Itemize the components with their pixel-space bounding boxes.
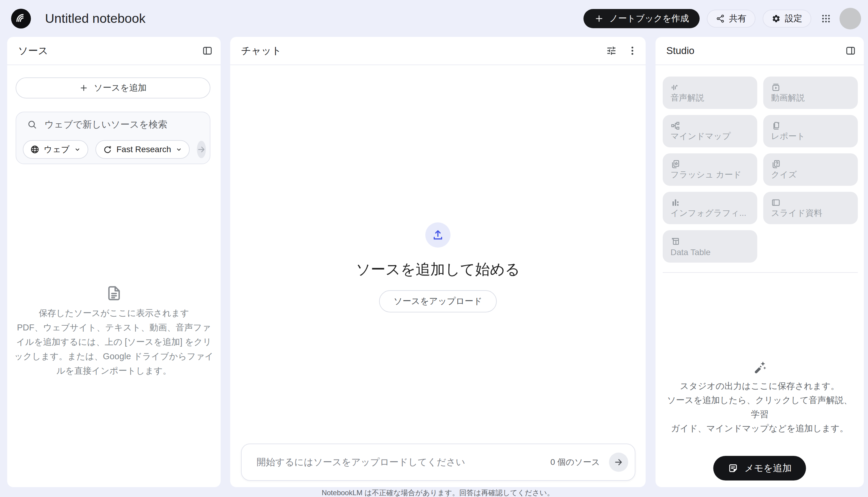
slides-icon <box>771 198 781 208</box>
chevron-down-icon <box>175 146 183 153</box>
studio-divider <box>663 272 858 273</box>
plus-icon <box>79 83 88 93</box>
create-notebook-button[interactable]: ノートブックを作成 <box>583 9 700 28</box>
chat-more-kebab-icon[interactable] <box>627 45 638 56</box>
studio-card-grid: 音声解説 動画解説 <box>663 76 858 262</box>
upload-icon <box>431 229 444 241</box>
studio-panel-title: Studio <box>666 45 695 56</box>
sources-panel: ソース ソースを追加 ウェブで新しいソースを検索 <box>7 37 220 487</box>
source-search-options: ウェブ Fast Research <box>23 140 203 159</box>
collapse-sources-panel-icon[interactable] <box>202 45 213 56</box>
share-icon <box>716 14 725 23</box>
chat-input[interactable]: 開始するにはソースをアップロードしてください <box>257 456 465 468</box>
studio-card-data-table[interactable]: Data Table <box>663 230 757 262</box>
chat-panel: チャット ソースを <box>230 37 645 487</box>
chat-empty-heading: ソースを追加して始める <box>356 260 520 280</box>
flashcards-icon <box>670 159 680 169</box>
upload-source-button[interactable]: ソースをアップロード <box>379 290 496 312</box>
source-search-input[interactable]: ウェブで新しいソースを検索 <box>23 118 203 131</box>
plus-icon <box>594 14 604 24</box>
infographic-icon <box>670 198 680 208</box>
studio-card-mind-map[interactable]: マインドマップ <box>663 115 757 147</box>
studio-card-audio-overview[interactable]: 音声解説 <box>663 76 757 109</box>
research-mode-chip[interactable]: Fast Research <box>96 140 190 159</box>
search-icon <box>27 119 37 130</box>
video-overview-icon <box>771 83 781 92</box>
collapse-studio-panel-icon[interactable] <box>845 45 856 56</box>
magic-wand-icon <box>752 371 767 376</box>
chat-settings-tune-icon[interactable] <box>606 45 617 56</box>
fast-research-icon <box>103 145 112 154</box>
chat-send-button[interactable] <box>609 453 628 472</box>
share-button[interactable]: 共有 <box>707 10 755 28</box>
web-scope-chip[interactable]: ウェブ <box>23 140 88 159</box>
google-apps-icon[interactable] <box>819 12 833 26</box>
sources-panel-header: ソース <box>7 37 220 65</box>
studio-card-flashcards[interactable]: フラッシュ カード <box>663 153 757 186</box>
audio-overview-icon <box>670 83 680 92</box>
source-count-badge: 0 個のソース <box>551 456 600 468</box>
gear-icon <box>772 14 781 23</box>
settings-button[interactable]: 設定 <box>763 10 811 28</box>
note-icon <box>727 463 738 473</box>
studio-card-quiz[interactable]: クイズ <box>763 153 858 186</box>
notebooklm-logo-icon[interactable] <box>11 9 31 29</box>
studio-empty-text: スタジオの出力はここに保存されます。 ソースを追加したら、クリックして音声解説、… <box>665 379 855 436</box>
studio-card-report[interactable]: レポート <box>763 115 858 147</box>
chevron-down-icon <box>74 146 81 153</box>
avatar[interactable] <box>839 8 861 29</box>
top-bar-actions: ノートブックを作成 共有 設定 <box>583 8 861 29</box>
source-search-placeholder: ウェブで新しいソースを検索 <box>44 118 168 131</box>
sources-empty-title: 保存したソースがここに表示されます <box>7 306 220 320</box>
studio-panel: Studio 音声解説 <box>655 37 864 487</box>
upload-circle <box>425 223 451 247</box>
sources-empty-body: PDF、ウェブサイト、テキスト、動画、音声ファ イルを追加するには、上の [ソー… <box>7 320 220 378</box>
report-icon <box>771 121 781 130</box>
search-submit-button[interactable] <box>197 141 206 158</box>
web-source-search-card: ウェブで新しいソースを検索 ウェブ F <box>16 112 210 164</box>
arrow-right-icon <box>197 145 206 154</box>
mind-map-icon <box>670 121 680 130</box>
add-source-button[interactable]: ソースを追加 <box>16 77 210 98</box>
quiz-icon <box>771 159 781 169</box>
studio-card-slides[interactable]: スライド資料 <box>763 192 858 224</box>
studio-panel-header: Studio <box>655 37 864 65</box>
data-table-icon <box>670 236 680 246</box>
globe-icon <box>30 145 40 154</box>
sources-panel-title: ソース <box>18 44 48 58</box>
chat-input-bar: 開始するにはソースをアップロードしてください 0 個のソース <box>241 443 636 481</box>
chat-panel-header: チャット <box>230 37 645 65</box>
studio-card-video-overview[interactable]: 動画解説 <box>763 76 858 109</box>
add-note-button[interactable]: メモを追加 <box>713 456 806 481</box>
top-bar: Untitled notebook ノートブックを作成 共有 設定 <box>0 0 868 37</box>
chat-empty-state: ソースを追加して始める ソースをアップロード <box>230 223 645 312</box>
sources-empty-state: 保存したソースがここに表示されます PDF、ウェブサイト、テキスト、動画、音声フ… <box>7 284 220 378</box>
studio-card-infographic[interactable]: インフォグラフィ... <box>663 192 757 224</box>
notebooklm-app: Untitled notebook ノートブックを作成 共有 設定 <box>0 0 868 497</box>
chat-panel-title: チャット <box>241 44 282 58</box>
arrow-right-icon <box>614 457 623 467</box>
studio-empty-state: スタジオの出力はここに保存されます。 ソースを追加したら、クリックして音声解説、… <box>665 360 855 436</box>
disclaimer-text: NotebookLM は不正確な場合があります。回答は再確認してください。 <box>230 488 645 497</box>
notebook-title[interactable]: Untitled notebook <box>45 11 145 26</box>
document-icon <box>105 298 123 303</box>
